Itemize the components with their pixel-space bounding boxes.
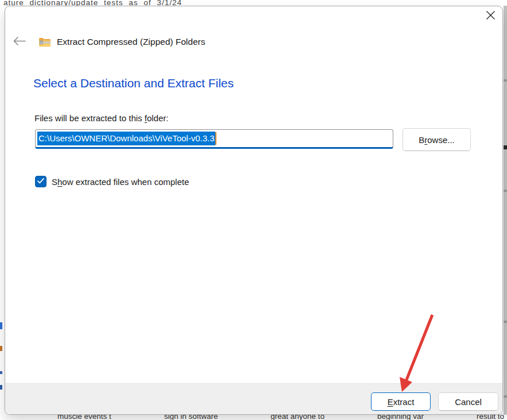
zipped-folder-icon <box>38 37 51 47</box>
back-button[interactable] <box>10 33 29 51</box>
cancel-button[interactable]: Cancel <box>438 392 498 411</box>
page-title: Select a Destination and Extract Files <box>33 76 234 90</box>
show-files-option: Show extracted files when complete <box>35 176 189 187</box>
selected-path-text: C:\Users\OWNER\Downloads\ViVeTool-v0.3.3 <box>37 132 215 145</box>
extract-button[interactable]: Extract <box>371 392 431 411</box>
destination-path-input[interactable]: C:\Users\OWNER\Downloads\ViVeTool-v0.3.3 <box>35 129 393 149</box>
show-files-checkbox[interactable] <box>35 176 47 187</box>
background-scrollbar <box>504 6 507 415</box>
close-button[interactable] <box>483 9 498 24</box>
checkmark-icon <box>37 176 45 187</box>
extract-wizard-dialog: Extract Compressed (Zipped) Folders Sele… <box>5 6 503 415</box>
dialog-title: Extract Compressed (Zipped) Folders <box>57 37 205 47</box>
dialog-header: Extract Compressed (Zipped) Folders <box>10 33 205 51</box>
background-left-sliver <box>0 6 5 415</box>
close-icon <box>486 10 496 22</box>
text-caret <box>215 132 216 145</box>
browse-button[interactable]: Browse... <box>402 128 471 151</box>
show-files-label[interactable]: Show extracted files when complete <box>52 177 189 187</box>
arrow-left-icon <box>13 36 26 48</box>
destination-label: Files will be extracted to this folder: <box>34 113 168 123</box>
